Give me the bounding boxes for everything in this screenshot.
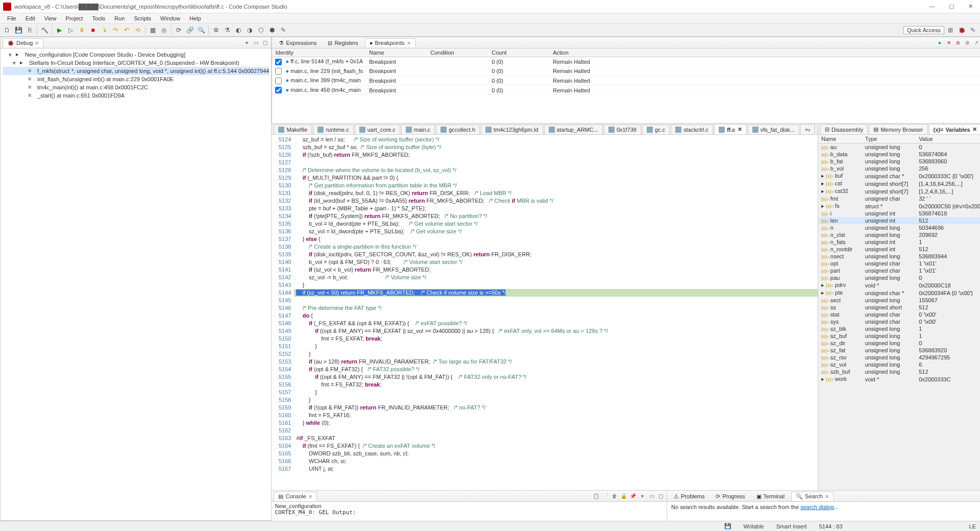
c1-icon[interactable]: 📋 — [592, 492, 600, 500]
maximize-button[interactable]: ▢ — [945, 3, 958, 10]
variable-row[interactable]: (x)=optunsigned char1 '\x01' — [818, 260, 980, 267]
variable-row[interactable]: (x)=sz_fatunsigned long536883920 — [818, 347, 980, 354]
tool7-icon[interactable]: ✎ — [278, 25, 288, 35]
editor-tab[interactable]: startup_ARMC... — [544, 125, 603, 134]
variable-row[interactable]: (x)=partunsigned char1 '\x01' — [818, 267, 980, 274]
minimize-icon[interactable]: ▭ — [252, 39, 260, 47]
collapse-icon[interactable]: ▾ — [242, 39, 251, 47]
tool6-icon[interactable]: ⬢ — [267, 25, 277, 35]
menu-scripts[interactable]: Scripts — [130, 14, 155, 22]
debug-icon[interactable]: ▶ — [54, 25, 64, 35]
lock-icon[interactable]: 🔒 — [620, 492, 628, 500]
breakpoint-row[interactable]: ● main.c, line 399 (tm4c_mainBreakpoint0… — [272, 76, 980, 86]
variable-row[interactable]: (x)=n_clstunsigned long209692 — [818, 231, 980, 238]
maximize-icon[interactable]: ▢ — [261, 39, 269, 47]
c2-icon[interactable]: 📄 — [601, 492, 609, 500]
close-icon[interactable]: ✕ — [825, 494, 829, 499]
perspective-edit-icon[interactable]: ✎ — [968, 25, 978, 35]
grid-icon[interactable]: ▦ — [148, 25, 158, 35]
col-count[interactable]: Count — [488, 49, 550, 57]
perspective-ccs-icon[interactable]: ⊞ — [945, 25, 955, 35]
menu-run[interactable]: Run — [110, 14, 129, 22]
variable-row[interactable]: ▸ (x)=pteunsigned char *0x200034FA {0 '\… — [818, 289, 980, 297]
variable-row[interactable]: ▸ (x)=cst32unsigned short[7][1,2,4,8,16,… — [818, 187, 980, 195]
variable-row[interactable]: (x)=sz_volunsigned long6 — [818, 361, 980, 368]
c-max-icon[interactable]: ▢ — [656, 492, 665, 500]
variable-row[interactable]: (x)=nunsigned long50344696 — [818, 224, 980, 231]
stop-icon[interactable]: ■ — [88, 25, 98, 35]
variable-row[interactable]: ▸ (x)=workvoid *0x2000333C — [818, 375, 980, 383]
variable-row[interactable]: ▸ (x)=cstunsigned short[7][1,4,16,64,256… — [818, 180, 980, 187]
close-icon[interactable]: ✕ — [972, 126, 977, 133]
tool4-icon[interactable]: ◑ — [244, 25, 255, 35]
debug-item[interactable]: ▾ ▸ Stellaris In-Circuit Debug Interface… — [3, 59, 269, 67]
editor-tab[interactable]: gccollect.h — [436, 125, 480, 134]
debug-item[interactable]: ▾ ▸ New_configuration [Code Composer Stu… — [3, 51, 269, 59]
pin-icon[interactable]: 📌 — [629, 492, 637, 500]
pause-icon[interactable]: ⏸ — [77, 25, 87, 35]
debug-tab[interactable]: 🐞 Debug ✕ — [3, 38, 43, 47]
save-all-icon[interactable]: ⎘ — [24, 25, 35, 35]
editor-tab[interactable]: ff.c ✕ — [714, 124, 747, 134]
console-tab[interactable]: ▤ Console ✕ — [274, 492, 316, 501]
col-value[interactable]: Value — [916, 135, 980, 143]
variable-row[interactable]: (x)=lenunsigned int512 — [818, 217, 980, 224]
search-dialog-link[interactable]: search dialog — [800, 504, 834, 510]
step-into-icon[interactable]: ↴ — [99, 25, 109, 35]
variable-row[interactable]: (x)=fmtunsigned char32 ' ' — [818, 195, 980, 202]
refresh-icon[interactable]: ⟳ — [174, 25, 184, 35]
close-icon[interactable]: ✕ — [407, 40, 411, 46]
breakpoints-tab[interactable]: ● Breakpoints ✕ — [365, 38, 415, 47]
variable-row[interactable]: (x)=sz_blkunsigned long1 — [818, 325, 980, 332]
editor-tab[interactable]: Makefile — [274, 125, 312, 134]
link-icon[interactable]: 🔗 — [185, 25, 195, 35]
menu-view[interactable]: View — [40, 14, 61, 22]
editor-tab[interactable]: uart_core.c — [355, 125, 400, 134]
search-icon[interactable]: 🔍 — [196, 25, 206, 35]
breakpoint-row[interactable]: ● ff.c, line 5144 (f_mkfs + 0x1ABreakpoi… — [272, 57, 980, 67]
target-icon[interactable]: ◎ — [159, 25, 169, 35]
menu-project[interactable]: Project — [61, 14, 87, 22]
build-icon[interactable]: 🔨 — [39, 25, 50, 35]
variables-tab[interactable]: (x)= Variables ✕ — [929, 124, 981, 134]
more-tabs[interactable]: »₉ — [800, 124, 815, 134]
breakpoint-row[interactable]: ● main.c, line 458 (tm4c_mainBreakpoint0… — [272, 85, 980, 95]
minimize-button[interactable]: — — [925, 3, 939, 10]
terminal-tab[interactable]: ▣ Terminal — [752, 492, 790, 501]
tool1-icon[interactable]: ⚙ — [211, 25, 221, 35]
col-action[interactable]: Action — [550, 49, 980, 57]
bp-checkbox[interactable] — [275, 59, 282, 65]
perspective-debug-icon[interactable]: 🐞 — [957, 25, 967, 35]
menu-edit[interactable]: Edit — [21, 14, 39, 22]
close-icon[interactable]: ✕ — [738, 126, 742, 133]
variable-row[interactable]: (x)=b_volunsigned long256 — [818, 165, 980, 172]
breakpoints-table[interactable]: Identity Name Condition Count Action ● f… — [272, 49, 980, 95]
editor-tab[interactable]: main.c — [401, 125, 435, 134]
breakpoint-row[interactable]: ● main.c, line 229 (init_flash_fsBreakpo… — [272, 66, 980, 76]
variable-row[interactable]: (x)=sysunsigned char0 '\x00' — [818, 318, 980, 325]
registers-tab[interactable]: ⊟ Registers — [323, 38, 362, 47]
variable-row[interactable]: (x)=sz_rsvunsigned long4294967295 — [818, 354, 980, 361]
variable-row[interactable]: (x)=b_dataunsigned long536874064 — [818, 151, 980, 158]
c-min-icon[interactable]: ▭ — [647, 492, 655, 500]
code-editor[interactable]: 5124512551265127512851295130513151325133… — [272, 135, 818, 490]
variable-row[interactable]: (x)=n_rootdirunsigned int512 — [818, 246, 980, 253]
menu-file[interactable]: File — [3, 14, 20, 22]
clear-icon[interactable]: 🗑 — [610, 492, 619, 500]
menu-window[interactable]: Window — [156, 14, 184, 22]
variable-row[interactable]: (x)=b_fatunsigned long536883960 — [818, 158, 980, 165]
remove-all-icon[interactable]: ⦻ — [954, 39, 962, 47]
close-icon[interactable]: ✕ — [308, 494, 312, 499]
variable-row[interactable]: (x)=iunsigned int536874618 — [818, 210, 980, 217]
menu-help[interactable]: Help — [185, 14, 205, 22]
debug-item[interactable]: ≡ tm4c_main(int)() at main.c:458 0x0001F… — [3, 83, 269, 91]
disassembly-tab[interactable]: ⊟ Disassembly — [820, 124, 868, 134]
variable-row[interactable]: (x)=pauunsigned long0 — [818, 274, 980, 281]
editor-tab[interactable]: tm4c123gh6pm.ld — [481, 125, 543, 134]
step-over-icon[interactable]: ↷ — [110, 25, 120, 35]
bp-tool-icon[interactable]: ● — [936, 39, 944, 47]
run-icon[interactable]: ▷ — [65, 25, 76, 35]
goto-icon[interactable]: ↗ — [972, 39, 980, 47]
variable-row[interactable]: (x)=statunsigned char0 '\x00' — [818, 311, 980, 318]
bp-checkbox[interactable] — [275, 68, 282, 75]
